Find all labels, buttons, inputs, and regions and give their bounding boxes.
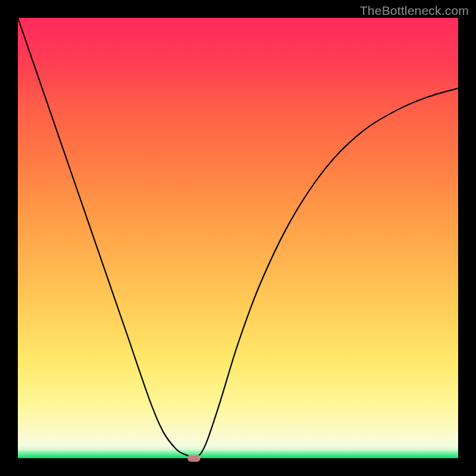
chart-frame: TheBottleneck.com xyxy=(0,0,476,476)
curve-layer xyxy=(18,18,458,458)
watermark-text: TheBottleneck.com xyxy=(360,4,469,18)
plot-area xyxy=(18,18,458,458)
bottleneck-curve xyxy=(18,18,458,457)
min-marker xyxy=(187,455,201,462)
